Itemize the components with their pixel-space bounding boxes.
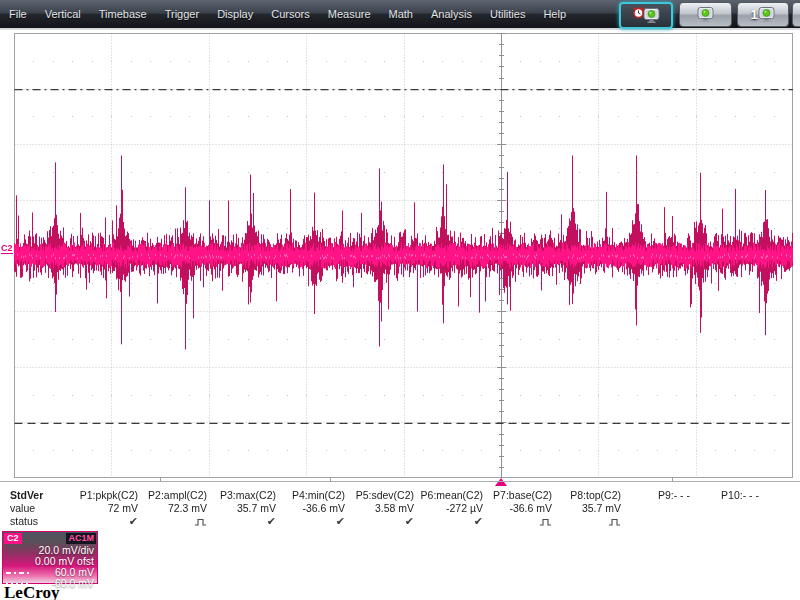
channel-position-label[interactable]: C2 (1, 243, 13, 254)
status-empty (693, 515, 759, 528)
measure-value-row-label: value (10, 502, 72, 515)
display-button[interactable] (679, 2, 732, 27)
display-1-button[interactable]: 1 (737, 2, 789, 27)
measure-param-label[interactable]: P7:base(C2) (486, 489, 552, 502)
status-pulse-icon (539, 517, 552, 527)
measure-param-label[interactable]: P9:- - - (624, 489, 690, 502)
measure-param-label[interactable]: P5:sdev(C2) (348, 489, 414, 502)
measure-column-p2: P2:ampl(C2)72.3 mV (141, 489, 210, 528)
measure-column-p7: P7:base(C2)-36.6 mV (486, 489, 555, 528)
waveform-trace-c2[interactable] (14, 33, 793, 478)
measure-column-p4: P4:min(C2)-36.6 mV✔ (279, 489, 348, 528)
coupling-badge: AC1M (66, 533, 96, 544)
measure-value (693, 502, 759, 515)
menu-item-help[interactable]: Help (534, 0, 575, 28)
measure-column-p3: P3:max(C2)35.7 mV✔ (210, 489, 279, 528)
menu-item-cursors[interactable]: Cursors (262, 0, 319, 28)
measure-param-label[interactable]: P3:max(C2) (210, 489, 276, 502)
upper-level-dashdot-icon (6, 572, 30, 574)
measure-value: 72 mV (72, 502, 138, 515)
measure-param-label[interactable]: P4:min(C2) (279, 489, 345, 502)
measure-column-p1: P1:pkpk(C2)72 mV✔ (72, 489, 141, 528)
measure-separator (330, 477, 331, 482)
plot-bottom-rule (0, 481, 800, 482)
measure-column-p9: P9:- - - (624, 489, 693, 528)
menu-item-analysis[interactable]: Analysis (422, 0, 481, 28)
partial-button[interactable] (792, 2, 800, 27)
status-empty (624, 515, 690, 528)
measure-separator (160, 477, 161, 482)
status-pulse-icon (141, 515, 207, 528)
status-check-icon: ✔ (348, 515, 414, 528)
status-pulse-icon (555, 515, 621, 528)
measure-value: 35.7 mV (210, 502, 276, 515)
menu-item-display[interactable]: Display (208, 0, 262, 28)
measure-table: StdVer value status P1:pkpk(C2)72 mV✔P2:… (0, 489, 762, 528)
status-check-icon: ✔ (279, 515, 345, 528)
menu-item-trigger[interactable]: Trigger (156, 0, 208, 28)
measure-column-p6: P6:mean(C2)-272 µV✔ (417, 489, 486, 528)
measure-value: -272 µV (417, 502, 483, 515)
menu-item-math[interactable]: Math (380, 0, 422, 28)
menu-item-vertical[interactable]: Vertical (36, 0, 90, 28)
oscilloscope-screen: FileVerticalTimebaseTriggerDisplayCursor… (0, 0, 800, 600)
measure-value: 3.58 mV (348, 502, 414, 515)
measure-corner-label: StdVer (10, 489, 72, 502)
measure-column-p5: P5:sdev(C2)3.58 mV✔ (348, 489, 417, 528)
menu-item-file[interactable]: File (0, 0, 36, 28)
measure-column-p10: P10:- - - (693, 489, 762, 528)
measure-columns: P1:pkpk(C2)72 mV✔P2:ampl(C2)72.3 mVP3:ma… (72, 489, 762, 528)
status-check-icon: ✔ (210, 515, 276, 528)
channel-descriptor-c2[interactable]: C2 AC1M 20.0 mV/div 0.00 mV ofst 60.0 mV… (2, 531, 98, 584)
lecroy-logo: LeCroy (4, 584, 59, 600)
menu-item-measure[interactable]: Measure (319, 0, 380, 28)
measure-param-label[interactable]: P6:mean(C2) (417, 489, 483, 502)
channel-id-badge: C2 (4, 533, 22, 544)
measure-row-labels: StdVer value status (0, 489, 72, 528)
measure-param-label[interactable]: P2:ampl(C2) (141, 489, 207, 502)
measure-param-label[interactable]: P10:- - - (693, 489, 759, 502)
monitor-icon (757, 6, 776, 23)
measure-separator (672, 477, 673, 482)
menu-underline (0, 28, 800, 30)
measure-column-p8: P8:top(C2)35.7 mV (555, 489, 624, 528)
clock-display-button[interactable] (619, 2, 673, 29)
status-pulse-icon (486, 515, 552, 528)
measure-param-label[interactable]: P1:pkpk(C2) (72, 489, 138, 502)
alarm-clock-icon (632, 6, 645, 19)
measure-value: 35.7 mV (555, 502, 621, 515)
monitor-icon (696, 6, 715, 23)
menu-item-timebase[interactable]: Timebase (90, 0, 156, 28)
menu-item-utilities[interactable]: Utilities (481, 0, 534, 28)
status-check-icon: ✔ (72, 515, 138, 528)
status-check-icon: ✔ (417, 515, 483, 528)
measure-value (624, 502, 690, 515)
measure-value: -36.6 mV (486, 502, 552, 515)
measure-value: -36.6 mV (279, 502, 345, 515)
measure-param-label[interactable]: P8:top(C2) (555, 489, 621, 502)
status-pulse-icon (608, 517, 621, 527)
trigger-position-marker[interactable] (495, 478, 507, 486)
measure-status-row-label: status (10, 515, 72, 528)
measure-value: 72.3 mV (141, 502, 207, 515)
status-pulse-icon (194, 517, 207, 527)
